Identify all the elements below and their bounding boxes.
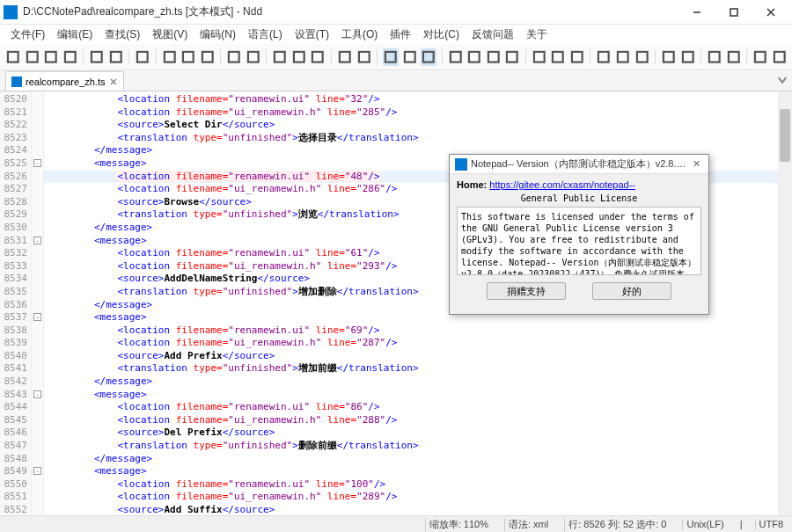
line-number: 8536	[0, 299, 27, 312]
mark-icon[interactable]	[310, 48, 326, 66]
fold-marker[interactable]: -	[33, 390, 41, 398]
nav3-icon[interactable]	[486, 48, 502, 66]
code-line[interactable]: <source>Select Dir</source>	[44, 119, 792, 132]
code-line[interactable]: <source>Add Suffix</source>	[44, 504, 792, 515]
replace-icon[interactable]	[291, 48, 307, 66]
indent-icon[interactable]	[421, 48, 436, 66]
save-icon[interactable]	[43, 48, 59, 66]
svg-rect-39	[774, 52, 785, 62]
redo-icon[interactable]	[246, 48, 261, 66]
rec-icon[interactable]	[596, 48, 612, 66]
saveall-icon[interactable]	[62, 48, 78, 66]
find-icon[interactable]	[272, 48, 288, 66]
menu-item[interactable]: 插件	[385, 26, 416, 44]
dialog-gpl-label: General Public License	[457, 193, 701, 203]
x-icon[interactable]	[772, 48, 788, 66]
ext2-icon[interactable]	[550, 48, 566, 66]
ext3-icon[interactable]	[569, 48, 585, 66]
stop-icon[interactable]	[615, 48, 631, 66]
svg-rect-34	[664, 52, 674, 62]
menu-item[interactable]: 文件(F)	[5, 26, 50, 44]
fold-marker[interactable]: -	[33, 313, 41, 321]
code-line[interactable]: <location filename="renamewin.ui" line="…	[44, 93, 792, 106]
code-line[interactable]: <message>	[44, 465, 792, 478]
pin-icon[interactable]	[752, 48, 768, 66]
line-number: 8520	[0, 93, 27, 106]
open-icon[interactable]	[25, 48, 40, 66]
go-icon[interactable]	[504, 48, 520, 66]
menu-item[interactable]: 编辑(E)	[52, 26, 98, 44]
code-line[interactable]: <location filename="ui_renamewin.h" line…	[44, 491, 792, 504]
file-tab[interactable]: realcompare_zh.ts	[5, 71, 124, 91]
close-icon[interactable]	[89, 48, 105, 66]
code-line[interactable]: <location filename="renamewin.ui" line="…	[44, 478, 792, 492]
code-line[interactable]: <translation type="unfinished">选择目录</tra…	[44, 132, 792, 145]
copy-icon[interactable]	[180, 48, 196, 66]
menu-item[interactable]: 编码(N)	[194, 26, 241, 44]
donate-button[interactable]: 捐赠支持	[487, 282, 566, 300]
fold-marker[interactable]: -	[33, 159, 41, 167]
scrollbar-thumb[interactable]	[780, 109, 790, 162]
tab-close-icon[interactable]	[109, 77, 118, 86]
zoomin-icon[interactable]	[337, 48, 353, 66]
undo-icon[interactable]	[226, 48, 242, 66]
menu-item[interactable]: 关于	[521, 26, 553, 44]
line-number: 8539	[0, 337, 27, 350]
code-line[interactable]: <source>Del Prefix</source>	[44, 426, 792, 440]
t1-icon[interactable]	[661, 48, 677, 66]
home-link[interactable]: https://gitee.com/cxasm/notepad--	[489, 179, 635, 190]
ok-button[interactable]: 好的	[592, 282, 671, 300]
code-line[interactable]: <translation type="unfinished">删除前缀</tra…	[44, 440, 792, 453]
menu-item[interactable]: 工具(O)	[336, 26, 383, 44]
cmp2-icon[interactable]	[726, 48, 742, 66]
line-number: 8545	[0, 414, 27, 427]
svg-rect-10	[137, 52, 148, 62]
tab-dropdown-icon[interactable]	[776, 74, 788, 86]
toolbar-separator	[128, 49, 129, 65]
t2-icon[interactable]	[680, 48, 696, 66]
menu-item[interactable]: 语言(L)	[243, 26, 288, 44]
window-title: D:\CCNotePad\realcompare_zh.ts [文本模式] - …	[23, 4, 679, 19]
code-line[interactable]: <location filename="ui_renamewin.h" line…	[44, 337, 792, 350]
maximize-button[interactable]	[716, 2, 752, 23]
code-line[interactable]: <source>Add Prefix</source>	[44, 350, 792, 363]
cut-icon[interactable]	[162, 48, 178, 66]
code-line[interactable]: <location filename="ui_renamewin.h" line…	[44, 414, 792, 427]
dialog-titlebar[interactable]: Notepad-- Version（内部测试非稳定版本）v2.8.0 (date…	[450, 155, 708, 174]
menu-item[interactable]: 视图(V)	[147, 26, 193, 44]
code-line[interactable]: <message>	[44, 389, 792, 402]
code-line[interactable]: <location filename="renamewin.ui" line="…	[44, 401, 792, 414]
code-line[interactable]: <translation type="unfinished">增加前缀</tra…	[44, 362, 792, 375]
print-icon[interactable]	[135, 48, 150, 66]
nav2-icon[interactable]	[466, 48, 482, 66]
menu-item[interactable]: 对比(C)	[418, 26, 465, 44]
dialog-close-icon[interactable]: ✕	[689, 158, 703, 170]
minimize-button[interactable]	[679, 2, 715, 23]
cmp1-icon[interactable]	[707, 48, 722, 66]
showws-icon[interactable]	[402, 48, 418, 66]
toolbar-separator	[83, 49, 84, 65]
code-line[interactable]: </message>	[44, 453, 792, 466]
toolbar-separator	[590, 49, 590, 65]
close-button[interactable]	[753, 2, 788, 23]
wrap-icon[interactable]	[383, 48, 399, 66]
dialog-license-text[interactable]: This software is licensed under the term…	[457, 207, 701, 275]
code-line[interactable]: <location filename="ui_renamewin.h" line…	[44, 106, 792, 120]
menu-item[interactable]: 设置(T)	[290, 26, 334, 44]
vertical-scrollbar[interactable]	[778, 91, 792, 515]
play-icon[interactable]	[634, 48, 650, 66]
ext1-icon[interactable]	[532, 48, 547, 66]
code-line[interactable]: <location filename="renamewin.ui" line="…	[44, 324, 792, 338]
code-line[interactable]: </message>	[44, 375, 792, 389]
fold-marker[interactable]: -	[33, 237, 41, 244]
closeall-icon[interactable]	[108, 48, 124, 66]
new-icon[interactable]	[5, 48, 21, 66]
line-number: 8521	[0, 106, 27, 120]
menu-item[interactable]: 查找(S)	[99, 26, 145, 44]
menu-item[interactable]: 反馈问题	[466, 26, 519, 44]
menubar: 文件(F)编辑(E)查找(S)视图(V)编码(N)语言(L)设置(T)工具(O)…	[0, 25, 792, 44]
zoomout-icon[interactable]	[356, 48, 372, 66]
fold-marker[interactable]: -	[33, 467, 41, 475]
paste-icon[interactable]	[200, 48, 216, 66]
nav1-icon[interactable]	[448, 48, 464, 66]
